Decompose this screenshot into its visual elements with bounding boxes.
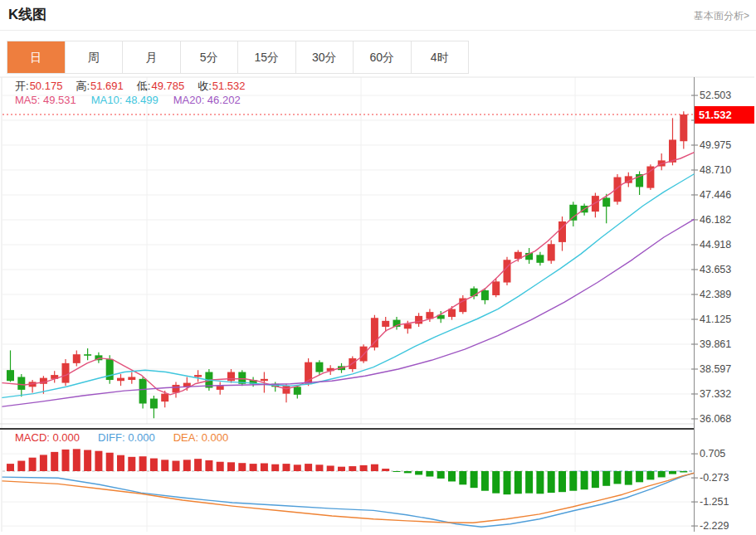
candle-body [669,139,676,162]
candle-body [73,354,80,363]
macd-histogram-bar [7,464,14,471]
candle-body [448,309,456,317]
macd-histogram-bar [73,449,80,471]
ohlc-label-0: 开: [15,80,29,92]
price-axis-label: 38.597 [700,363,731,375]
price-axis-label: 49.975 [700,139,731,151]
macd-histogram-bar [128,457,135,471]
macd-histogram-bar [360,465,368,471]
ohlc-readout: 开:50.175高:51.691低:49.785收:51.532 [15,79,259,94]
macd-histogram-bar [315,464,323,471]
macd-histogram-bar [217,462,224,471]
ohlc-label-3: 收: [198,80,212,92]
macd-histogram-bar [658,471,666,477]
macd-histogram-bar [327,465,334,471]
candle-body [17,377,25,389]
ma-readout-2: MA20: 46.202 [173,94,241,106]
candle-body [117,378,124,382]
macd-histogram-bar [161,460,168,471]
macd-axis-label: 0.705 [700,448,725,460]
macd-axis-label: -2.229 [700,520,729,532]
macd-histogram-bar [558,471,566,492]
price-axis-label: 41.125 [700,314,731,325]
ma-readout: MA5: 49.531MA10: 48.499MA20: 46.202 [15,94,256,106]
candle-body [504,260,511,282]
candle-body [415,316,422,323]
macd-histogram-bar [349,466,356,471]
macd-histogram-bar [227,462,235,471]
price-axis-label: 52.503 [700,90,731,101]
macd-histogram-bar [459,471,466,484]
price-axis-label: 36.068 [700,413,731,425]
candle-body [84,354,91,356]
candle-body [569,205,577,221]
candle-body [283,386,290,393]
macd-histogram-bar [426,471,433,477]
price-axis-label: 48.710 [700,164,731,176]
ohlc-label-1: 高: [76,80,90,92]
candle-body [106,359,114,380]
macd-histogram-bar [504,471,511,494]
panel-divider [0,428,695,430]
macd-histogram-bar [680,471,687,472]
ma-line-ma5 [2,153,694,395]
macd-histogram-bar [150,459,158,471]
candle-body [139,379,147,404]
macd-histogram-bar [271,464,279,471]
macd-histogram-bar [569,471,577,491]
macd-histogram-bar [669,471,676,474]
macd-histogram-bar [29,458,37,471]
ma-readout-1: MA10: 48.499 [91,94,159,106]
macd-histogram-bar [205,460,212,471]
macd-histogram-bar [194,459,202,471]
macd-histogram-bar [17,461,25,471]
diff-line [2,473,694,527]
macd-histogram-bar [625,471,632,485]
macd-histogram-bar [525,471,533,494]
macd-histogram-bar [139,456,147,471]
ohlc-value-2: 49.785 [151,80,184,92]
macd-histogram-bar [437,471,445,479]
candle-body [161,394,168,401]
macd-histogram-bar [51,452,58,471]
macd-histogram-bar [40,455,47,471]
macd-histogram-bar [515,471,522,494]
candle-body [128,377,135,380]
macd-histogram-bar [117,455,124,471]
macd-histogram-bar [95,451,102,471]
ohlc-value-0: 50.175 [30,80,63,92]
macd-readout-0: MACD: 0.000 [15,431,80,444]
price-axis-label: 43.653 [700,264,731,275]
macd-histogram-bar [338,467,345,471]
macd-histogram-bar [602,471,610,486]
macd-readout-1: DIFF: 0.000 [98,431,155,444]
macd-axis-label: -0.273 [700,472,729,484]
macd-histogram-bar [283,464,290,471]
macd-histogram-bar [636,471,643,482]
macd-histogram-bar [614,471,622,484]
macd-histogram-bar [250,464,257,471]
candle-body [315,362,323,372]
candle-body [548,244,555,260]
macd-readout-2: DEA: 0.000 [173,431,229,444]
candle-body [404,323,412,328]
macd-histogram-bar [62,450,70,471]
macd-histogram-bar [471,471,478,488]
macd-histogram-bar [183,460,191,471]
candle-body [62,363,70,383]
macd-histogram-bar [492,471,500,494]
macd-histogram-bar [548,471,555,493]
candle-body [217,386,224,390]
macd-histogram-bar [536,471,544,494]
macd-histogram-bar [294,464,301,471]
price-axis-label: 47.446 [700,189,731,201]
macd-histogram-bar [371,464,378,471]
macd-histogram-bar [106,453,114,471]
macd-histogram-bar [415,471,422,474]
candle-body [492,281,500,295]
candle-body [150,399,158,409]
ohlc-label-2: 低: [137,80,151,92]
macd-histogram-bar [382,469,389,471]
current-price-tag: 51.532 [695,106,754,124]
macd-histogram-bar [448,471,456,481]
